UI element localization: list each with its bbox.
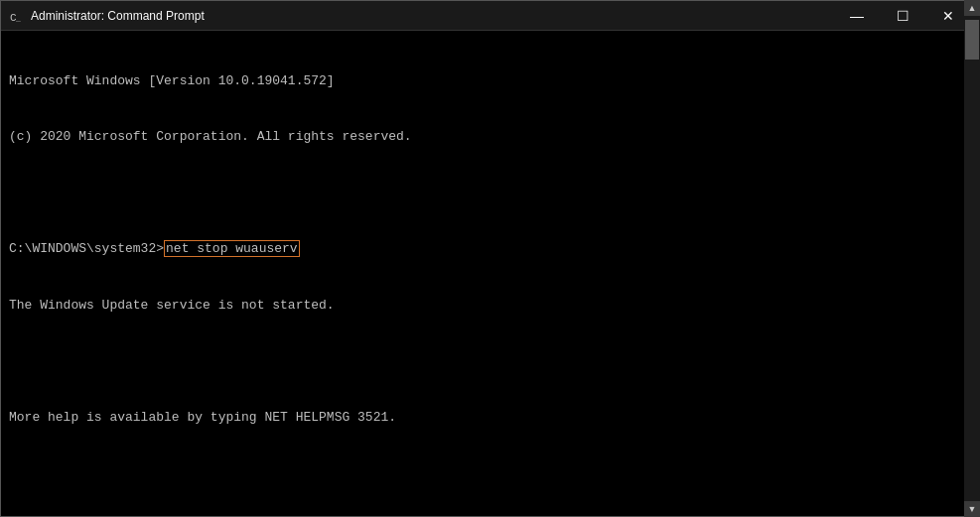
restore-button[interactable]: ☐ bbox=[880, 1, 925, 31]
command-wuauserv: net stop wuauserv bbox=[164, 240, 300, 257]
line-blank-1 bbox=[9, 185, 959, 203]
scroll-track[interactable] bbox=[964, 31, 979, 501]
vertical-scrollbar[interactable]: ▲ ▼ bbox=[964, 31, 979, 516]
console-output[interactable]: Microsoft Windows [Version 10.0.19041.57… bbox=[1, 31, 979, 516]
line-blank-2 bbox=[9, 352, 959, 371]
scroll-thumb[interactable] bbox=[965, 31, 979, 60]
line-1: Microsoft Windows [Version 10.0.19041.57… bbox=[9, 72, 959, 91]
line-2: (c) 2020 Microsoft Corporation. All righ… bbox=[9, 128, 959, 147]
command-prompt-window: C _ Administrator: Command Prompt — ☐ ✕ … bbox=[0, 0, 980, 517]
minimize-button[interactable]: — bbox=[834, 1, 880, 31]
svg-text:_: _ bbox=[15, 14, 21, 23]
line-cmd-1: C:\WINDOWS\system32>net stop wuauserv bbox=[9, 240, 959, 259]
app-icon: C _ bbox=[9, 8, 25, 24]
line-5: More help is available by typing NET HEL… bbox=[9, 409, 959, 428]
window-controls: — ☐ ✕ bbox=[834, 1, 971, 31]
console-text-content: Microsoft Windows [Version 10.0.19041.57… bbox=[9, 35, 959, 516]
line-4: The Windows Update service is not starte… bbox=[9, 297, 959, 316]
scroll-down-button[interactable]: ▼ bbox=[964, 501, 979, 516]
line-blank-3 bbox=[9, 464, 959, 483]
title-bar: C _ Administrator: Command Prompt — ☐ ✕ bbox=[1, 1, 979, 31]
window-title: Administrator: Command Prompt bbox=[31, 9, 834, 23]
